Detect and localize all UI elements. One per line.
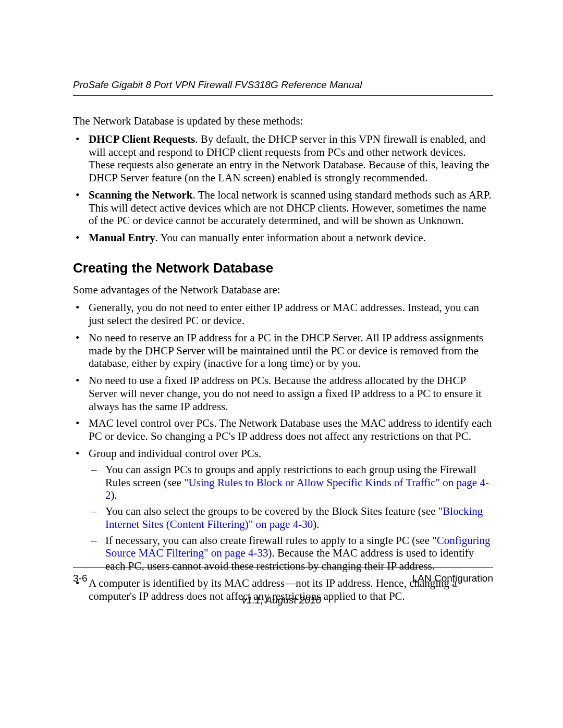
footer-section-name: LAN Configuration xyxy=(412,573,493,584)
method-text: . You can manually enter information abo… xyxy=(155,231,426,244)
intro-paragraph: The Network Database is updated by these… xyxy=(73,115,493,128)
page-number: 3-6 xyxy=(73,573,87,584)
methods-list: DHCP Client Requests. By default, the DH… xyxy=(73,133,493,244)
body-text: The Network Database is updated by these… xyxy=(73,115,493,602)
method-title: Scanning the Network xyxy=(89,189,193,201)
list-item: Generally, you do not need to enter eith… xyxy=(73,301,493,327)
advantages-list: Generally, you do not need to enter eith… xyxy=(73,301,493,602)
section-intro: Some advantages of the Network Database … xyxy=(73,283,493,297)
version-line: v1.1, August 2010 xyxy=(0,595,563,606)
section-heading: Creating the Network Database xyxy=(73,260,493,276)
sub-text-post: ). xyxy=(111,489,117,501)
method-title: DHCP Client Requests xyxy=(89,133,195,145)
sub-list: You can assign PCs to groups and apply r… xyxy=(89,463,493,573)
list-item: Manual Entry. You can manually enter inf… xyxy=(73,231,493,244)
list-item: No need to use a fixed IP address on PCs… xyxy=(73,374,493,413)
sub-text-pre: You can also select the groups to be cov… xyxy=(105,505,438,517)
document-page: ProSafe Gigabit 8 Port VPN Firewall FVS3… xyxy=(0,0,563,728)
sub-list-item: You can also select the groups to be cov… xyxy=(89,505,493,531)
list-item: Scanning the Network. The local network … xyxy=(73,189,493,227)
sub-text-post: ). xyxy=(313,518,319,530)
advantage-text: Group and individual control over PCs. xyxy=(89,447,261,460)
page-footer: 3-6 LAN Configuration xyxy=(73,567,493,584)
method-title: Manual Entry xyxy=(89,231,155,244)
list-item: MAC level control over PCs. The Network … xyxy=(73,417,493,443)
running-head: ProSafe Gigabit 8 Port VPN Firewall FVS3… xyxy=(73,79,493,96)
list-item: No need to reserve an IP address for a P… xyxy=(73,331,493,370)
list-item: DHCP Client Requests. By default, the DH… xyxy=(73,133,493,184)
list-item: Group and individual control over PCs. Y… xyxy=(73,447,493,573)
page-content: ProSafe Gigabit 8 Port VPN Firewall FVS3… xyxy=(73,79,493,602)
sub-list-item: You can assign PCs to groups and apply r… xyxy=(89,463,493,502)
sub-text-pre: If necessary, you can also create firewa… xyxy=(105,534,432,547)
